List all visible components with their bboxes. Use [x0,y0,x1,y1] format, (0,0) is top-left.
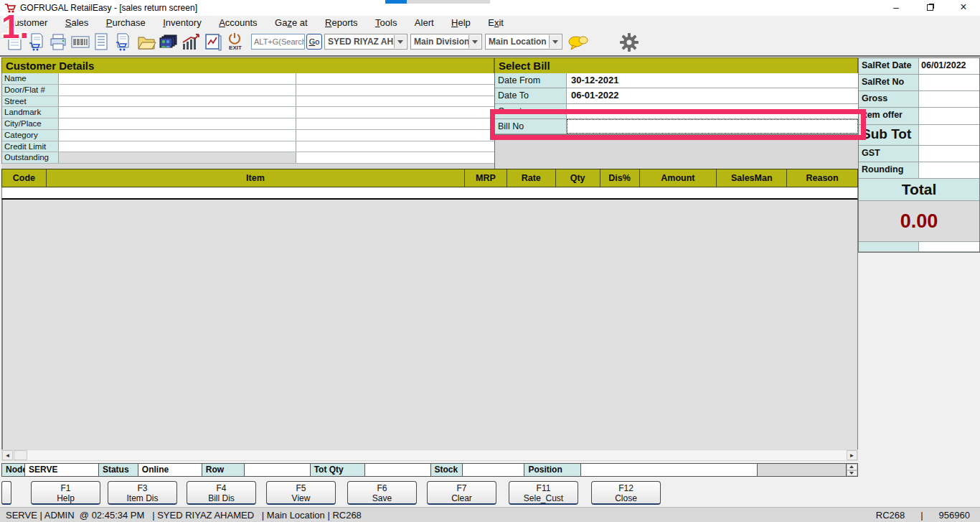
exit-button[interactable]: EXIT [225,32,245,54]
date-from-field[interactable]: 30-12-2021 [567,73,858,88]
row-spinner[interactable] [847,464,858,476]
field-extra-cell [296,85,494,95]
stock-value [463,464,524,476]
separator: | [920,508,923,522]
menu-item-help[interactable]: Help [444,16,478,30]
total-amount: 0.00 [859,201,979,242]
customer-name-field[interactable] [59,73,296,84]
field-label: Date To [495,88,567,103]
video-progress-bar [385,0,490,4]
horizontal-scrollbar[interactable]: ◄ ► [1,449,858,461]
field-label: City/Place [2,118,59,129]
menu-item-exit[interactable]: Exit [481,16,511,30]
print-button[interactable] [49,32,69,54]
function-bar-stub-button[interactable] [1,481,11,505]
menu-item-reports[interactable]: Reports [318,16,365,30]
totals-row-salret-no: SalRet No [859,75,979,91]
field-label: Date From [495,73,567,88]
outstanding-field [59,152,296,163]
customer-row-category: Category [2,130,494,141]
menu-item-inventory[interactable]: Inventory [156,16,209,30]
status-strip-filler [758,464,847,476]
category-field[interactable] [59,130,296,141]
sales-graph-button[interactable] [181,32,201,54]
f3-item-dis-button[interactable]: F3Item Dis [108,481,177,505]
f12-close-button[interactable]: F12Close [591,481,661,505]
row-label: Row [202,464,245,476]
close-button[interactable]: × [953,0,974,16]
bill-list-button[interactable] [92,32,112,54]
location-select[interactable]: Main Location [485,34,562,50]
report-chart-icon [204,32,224,52]
settings-button[interactable] [618,32,639,53]
item-cart-button[interactable] [113,32,133,54]
menu-item-tools[interactable]: Tools [368,16,404,30]
customer-row-landmark: Landmark [2,107,494,118]
restore-icon [927,4,933,11]
status-label: Status [99,464,138,476]
scroll-right-button[interactable]: ► [847,450,857,460]
maximize-button[interactable] [919,0,941,16]
menu-item-purchase[interactable]: Purchase [99,16,153,30]
status-value: Online [138,464,202,476]
totals-row-rounding: Rounding [859,162,979,179]
totals-bottom-row [859,242,979,252]
totals-row-salret-date: SalRet Date06/01/2022 [859,58,979,75]
field-label: Door/Flat # [2,85,59,95]
spinner-up-button[interactable] [847,464,857,470]
scroll-left-button[interactable]: ◄ [2,450,13,460]
sales-bill-button[interactable] [27,32,47,54]
search-input[interactable] [251,34,305,50]
printer-icon [49,32,69,52]
field-extra-cell [296,130,494,141]
feedback-button[interactable] [567,34,587,56]
status-bar-terminal-info: RC268 | 956960 [876,508,970,522]
row-value [245,464,311,476]
column-header-dis: Dis% [600,169,640,187]
f1-help-button[interactable]: F1Help [31,481,100,505]
menu-item-sales[interactable]: Sales [58,16,96,30]
position-label: Position [524,464,581,476]
items-entry-row[interactable] [1,187,858,200]
item-cart-icon [113,32,133,52]
salret-no-value [919,75,979,90]
street-field[interactable] [59,96,296,107]
customer-row-outstanding: Outstanding [2,152,494,164]
division-select[interactable]: Main Division [410,34,482,50]
annotation-step-number: 1. [1,7,29,46]
city-place-field[interactable] [59,118,296,129]
field-extra-cell [296,118,494,129]
open-folder-button[interactable] [136,32,156,54]
spinner-down-button[interactable] [847,470,857,477]
barcode-button[interactable] [70,32,90,54]
menu-item-accounts[interactable]: Accounts [212,16,264,30]
credit-limit-field[interactable] [59,141,296,152]
customer-row-city: City/Place [2,118,494,130]
menu-bar: Customer Sales Purchase Inventory Accoun… [0,16,980,30]
video-progress-played [385,0,407,4]
f6-save-button[interactable]: F6Save [347,481,417,505]
position-value [581,464,758,476]
exit-power-icon [225,32,245,45]
triangle-up-icon [849,465,854,468]
menu-item-alert[interactable]: Alert [407,16,441,30]
sales-bill-icon [27,32,47,52]
status-strip: Node SERVE Status Online Row Tot Qty Sto… [1,463,858,477]
menu-item-gaze-at[interactable]: Gaze at [268,16,315,30]
go-button[interactable]: Go [306,34,322,50]
date-to-field[interactable]: 06-01-2022 [567,88,858,103]
door-flat-field[interactable] [59,85,296,95]
f4-bill-dis-button[interactable]: F4Bill Dis [187,481,256,505]
chat-bubble-icon [567,34,587,52]
f7-clear-button[interactable]: F7Clear [427,481,496,505]
minimize-button[interactable]: – [885,0,907,16]
f5-view-button[interactable]: F5View [266,481,336,505]
user-select[interactable]: SYED RIYAZ AHAI [324,34,407,50]
scroll-thumb[interactable] [14,450,27,460]
landmark-field[interactable] [59,107,296,118]
items-grid[interactable] [1,200,858,449]
customer-details-header: Customer Details [1,57,494,74]
customers-button[interactable] [158,32,178,54]
report-chart-button[interactable] [204,32,224,54]
f11-sele-cust-button[interactable]: F11Sele_Cust [509,481,578,505]
